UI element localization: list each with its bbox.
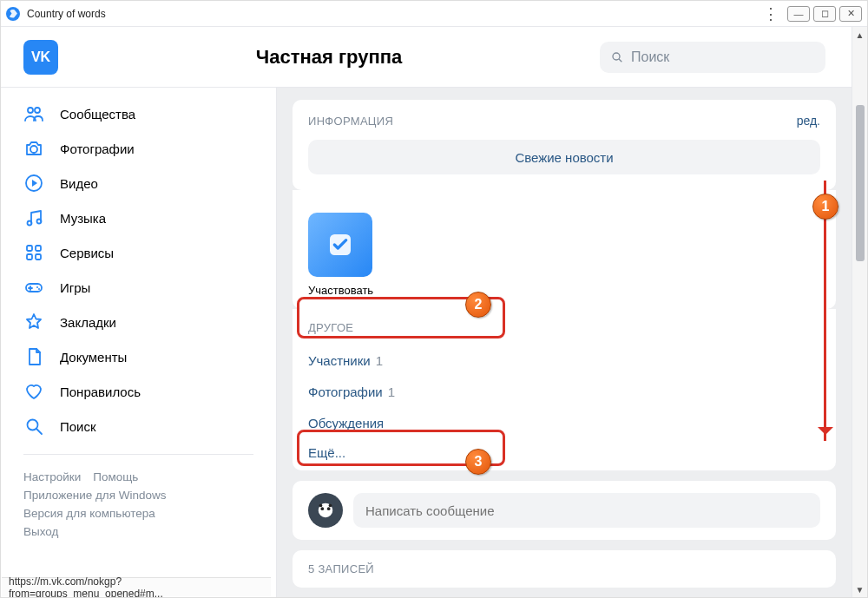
posts-count-title: 5 ЗАПИСЕЙ xyxy=(308,562,374,575)
sidebar-item-label: Игры xyxy=(60,280,90,295)
sidebar-item-communities[interactable]: Сообщества xyxy=(1,96,276,131)
sidebar-item-services[interactable]: Сервисы xyxy=(1,235,276,270)
footer-settings-link[interactable]: Настройки xyxy=(23,470,81,483)
window-title: Country of words xyxy=(27,8,754,20)
annotation-arrow xyxy=(824,181,826,441)
photos-label: Фотографии xyxy=(308,384,383,399)
sidebar-item-label: Закладки xyxy=(60,315,116,330)
info-card: ИНФОРМАЦИЯ ред. Свежие новости xyxy=(293,100,836,190)
search-icon xyxy=(23,416,44,437)
svg-point-20 xyxy=(327,507,331,510)
main-content: ИНФОРМАЦИЯ ред. Свежие новости Участвова… xyxy=(277,88,852,597)
photos-link[interactable]: Фотографии 1 xyxy=(308,376,820,407)
minimize-button[interactable]: — xyxy=(787,6,810,22)
heart-icon xyxy=(23,381,44,402)
members-link[interactable]: Участники 1 xyxy=(308,345,820,376)
svg-point-7 xyxy=(37,220,42,224)
communities-icon xyxy=(23,103,44,124)
other-section-title: ДРУГОЕ xyxy=(308,312,820,345)
members-label: Участники xyxy=(308,353,371,368)
music-icon xyxy=(23,207,44,228)
kebab-menu-icon[interactable]: ⋮ xyxy=(754,8,787,20)
sidebar-item-music[interactable]: Музыка xyxy=(1,200,276,235)
sidebar-item-documents[interactable]: Документы xyxy=(1,339,276,374)
discussions-link[interactable]: Обсуждения xyxy=(308,407,820,438)
participate-image[interactable] xyxy=(308,213,372,277)
info-edit-link[interactable]: ред. xyxy=(797,114,820,128)
search-icon xyxy=(610,50,624,64)
svg-line-1 xyxy=(619,59,621,62)
sidebar-item-bookmarks[interactable]: Закладки xyxy=(1,305,276,339)
svg-rect-9 xyxy=(36,246,41,251)
svg-point-19 xyxy=(321,507,325,510)
sidebar-item-search[interactable]: Поиск xyxy=(1,409,276,444)
maximize-button[interactable]: ◻ xyxy=(813,6,836,22)
svg-rect-11 xyxy=(36,254,41,260)
compose-card xyxy=(293,481,836,540)
more-link[interactable]: Ещё... xyxy=(308,438,820,469)
sidebar-item-label: Музыка xyxy=(60,211,106,226)
svg-point-2 xyxy=(28,108,33,113)
gamepad-icon xyxy=(23,277,44,298)
svg-point-6 xyxy=(28,221,32,226)
app-header: VK Частная группа Поиск xyxy=(1,27,852,88)
annotation-marker-1: 1 xyxy=(812,194,838,220)
footer-desktop-version-link[interactable]: Версия для компьютера xyxy=(23,507,253,520)
sidebar-item-label: Фотографии xyxy=(60,141,135,156)
svg-line-16 xyxy=(36,429,42,434)
svg-rect-10 xyxy=(27,254,32,260)
search-input[interactable]: Поиск xyxy=(600,42,825,73)
svg-point-21 xyxy=(319,504,323,508)
checkmark-icon xyxy=(326,231,354,259)
posts-card: 5 ЗАПИСЕЙ xyxy=(293,550,836,588)
sidebar-footer: Настройки Помощь Приложение для Windows … xyxy=(1,465,276,547)
svg-point-13 xyxy=(36,286,38,288)
document-icon xyxy=(23,346,44,367)
sidebar-item-photos[interactable]: Фотографии xyxy=(1,131,276,166)
window-titlebar: Country of words ⋮ — ◻ ✕ xyxy=(1,1,867,27)
sidebar-item-video[interactable]: Видео xyxy=(1,166,276,200)
sidebar-item-games[interactable]: Игры xyxy=(1,270,276,305)
footer-help-link[interactable]: Помощь xyxy=(93,470,138,483)
services-icon xyxy=(23,242,44,263)
sidebar-item-label: Поиск xyxy=(60,419,96,434)
play-icon xyxy=(23,173,44,194)
compose-input[interactable] xyxy=(353,493,820,528)
svg-point-22 xyxy=(329,504,332,508)
info-section-title: ИНФОРМАЦИЯ xyxy=(308,115,393,128)
footer-windows-app-link[interactable]: Приложение для Windows xyxy=(23,489,253,502)
status-bar: https://m.vk.com/nokgp?from=groups_menu_… xyxy=(2,577,271,596)
discussions-label: Обсуждения xyxy=(308,416,384,430)
star-icon xyxy=(23,312,44,332)
search-placeholder: Поиск xyxy=(631,49,669,65)
svg-point-4 xyxy=(30,146,37,153)
participate-label: Участвовать xyxy=(308,284,820,297)
close-button[interactable]: ✕ xyxy=(839,6,862,22)
other-card: ДРУГОЕ Участники 1 Фотографии 1 Обсужден… xyxy=(293,309,836,470)
svg-point-3 xyxy=(35,108,40,113)
page-title: Частная группа xyxy=(58,46,600,69)
avatar[interactable] xyxy=(308,493,343,528)
vk-logo[interactable]: VK xyxy=(23,40,58,75)
sidebar: Сообщества Фотографии Видео Музыка Серви… xyxy=(1,88,277,597)
footer-logout-link[interactable]: Выход xyxy=(23,525,253,538)
sidebar-item-label: Сервисы xyxy=(60,246,114,260)
photos-count: 1 xyxy=(388,384,395,399)
app-icon xyxy=(6,7,20,21)
participate-card: Участвовать xyxy=(293,190,836,309)
sidebar-item-label: Видео xyxy=(60,176,98,191)
annotation-marker-3: 3 xyxy=(465,449,491,475)
svg-point-14 xyxy=(38,288,40,290)
sidebar-item-label: Документы xyxy=(60,350,127,365)
panda-avatar-icon xyxy=(316,501,335,520)
sidebar-item-label: Понравилось xyxy=(60,384,141,399)
svg-rect-8 xyxy=(27,246,32,251)
sidebar-item-label: Сообщества xyxy=(60,107,135,122)
members-count: 1 xyxy=(376,353,383,368)
svg-point-0 xyxy=(613,53,620,60)
camera-icon xyxy=(23,138,44,159)
sidebar-item-liked[interactable]: Понравилось xyxy=(1,374,276,409)
fresh-news-button[interactable]: Свежие новости xyxy=(308,140,820,174)
status-url: https://m.vk.com/nokgp?from=groups_menu_… xyxy=(9,575,264,599)
annotation-marker-2: 2 xyxy=(465,292,491,318)
